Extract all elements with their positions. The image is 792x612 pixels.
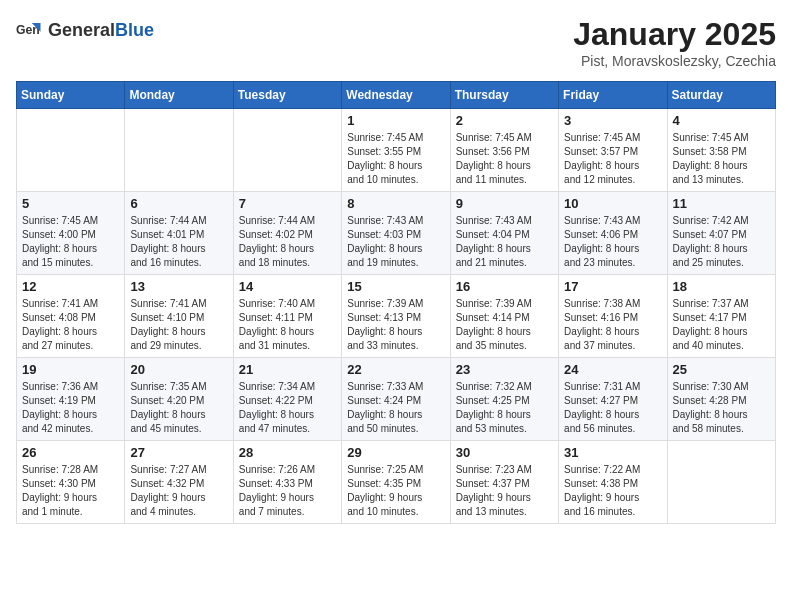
day-info: Sunrise: 7:39 AM Sunset: 4:13 PM Dayligh… xyxy=(347,297,444,353)
day-number: 7 xyxy=(239,196,336,211)
day-number: 18 xyxy=(673,279,770,294)
calendar-cell: 23Sunrise: 7:32 AM Sunset: 4:25 PM Dayli… xyxy=(450,358,558,441)
weekday-header: Saturday xyxy=(667,82,775,109)
calendar-table: SundayMondayTuesdayWednesdayThursdayFrid… xyxy=(16,81,776,524)
weekday-header: Sunday xyxy=(17,82,125,109)
day-number: 25 xyxy=(673,362,770,377)
day-number: 12 xyxy=(22,279,119,294)
day-number: 2 xyxy=(456,113,553,128)
calendar-cell: 18Sunrise: 7:37 AM Sunset: 4:17 PM Dayli… xyxy=(667,275,775,358)
calendar-cell xyxy=(17,109,125,192)
calendar-cell: 14Sunrise: 7:40 AM Sunset: 4:11 PM Dayli… xyxy=(233,275,341,358)
day-number: 28 xyxy=(239,445,336,460)
day-info: Sunrise: 7:43 AM Sunset: 4:03 PM Dayligh… xyxy=(347,214,444,270)
weekday-header: Thursday xyxy=(450,82,558,109)
calendar-week-row: 26Sunrise: 7:28 AM Sunset: 4:30 PM Dayli… xyxy=(17,441,776,524)
day-info: Sunrise: 7:42 AM Sunset: 4:07 PM Dayligh… xyxy=(673,214,770,270)
calendar-week-row: 5Sunrise: 7:45 AM Sunset: 4:00 PM Daylig… xyxy=(17,192,776,275)
calendar-cell: 6Sunrise: 7:44 AM Sunset: 4:01 PM Daylig… xyxy=(125,192,233,275)
day-info: Sunrise: 7:23 AM Sunset: 4:37 PM Dayligh… xyxy=(456,463,553,519)
calendar-cell xyxy=(667,441,775,524)
location-title: Pist, Moravskoslezsky, Czechia xyxy=(573,53,776,69)
day-number: 8 xyxy=(347,196,444,211)
calendar-week-row: 1Sunrise: 7:45 AM Sunset: 3:55 PM Daylig… xyxy=(17,109,776,192)
calendar-cell: 22Sunrise: 7:33 AM Sunset: 4:24 PM Dayli… xyxy=(342,358,450,441)
day-info: Sunrise: 7:36 AM Sunset: 4:19 PM Dayligh… xyxy=(22,380,119,436)
day-number: 9 xyxy=(456,196,553,211)
day-info: Sunrise: 7:38 AM Sunset: 4:16 PM Dayligh… xyxy=(564,297,661,353)
day-info: Sunrise: 7:41 AM Sunset: 4:08 PM Dayligh… xyxy=(22,297,119,353)
calendar-cell: 10Sunrise: 7:43 AM Sunset: 4:06 PM Dayli… xyxy=(559,192,667,275)
logo: Gen GeneralBlue xyxy=(16,16,154,44)
day-number: 21 xyxy=(239,362,336,377)
day-info: Sunrise: 7:44 AM Sunset: 4:02 PM Dayligh… xyxy=(239,214,336,270)
day-number: 1 xyxy=(347,113,444,128)
calendar-cell: 17Sunrise: 7:38 AM Sunset: 4:16 PM Dayli… xyxy=(559,275,667,358)
day-number: 22 xyxy=(347,362,444,377)
day-info: Sunrise: 7:22 AM Sunset: 4:38 PM Dayligh… xyxy=(564,463,661,519)
day-number: 15 xyxy=(347,279,444,294)
day-number: 6 xyxy=(130,196,227,211)
day-number: 10 xyxy=(564,196,661,211)
day-info: Sunrise: 7:45 AM Sunset: 4:00 PM Dayligh… xyxy=(22,214,119,270)
day-number: 4 xyxy=(673,113,770,128)
calendar-cell: 19Sunrise: 7:36 AM Sunset: 4:19 PM Dayli… xyxy=(17,358,125,441)
day-number: 13 xyxy=(130,279,227,294)
calendar-cell: 4Sunrise: 7:45 AM Sunset: 3:58 PM Daylig… xyxy=(667,109,775,192)
calendar-cell: 12Sunrise: 7:41 AM Sunset: 4:08 PM Dayli… xyxy=(17,275,125,358)
calendar-cell: 1Sunrise: 7:45 AM Sunset: 3:55 PM Daylig… xyxy=(342,109,450,192)
calendar-cell: 31Sunrise: 7:22 AM Sunset: 4:38 PM Dayli… xyxy=(559,441,667,524)
day-info: Sunrise: 7:37 AM Sunset: 4:17 PM Dayligh… xyxy=(673,297,770,353)
calendar-cell: 8Sunrise: 7:43 AM Sunset: 4:03 PM Daylig… xyxy=(342,192,450,275)
day-info: Sunrise: 7:28 AM Sunset: 4:30 PM Dayligh… xyxy=(22,463,119,519)
day-info: Sunrise: 7:32 AM Sunset: 4:25 PM Dayligh… xyxy=(456,380,553,436)
day-number: 29 xyxy=(347,445,444,460)
logo-text-blue: Blue xyxy=(115,20,154,40)
title-area: January 2025 Pist, Moravskoslezsky, Czec… xyxy=(573,16,776,69)
day-info: Sunrise: 7:35 AM Sunset: 4:20 PM Dayligh… xyxy=(130,380,227,436)
weekday-header: Tuesday xyxy=(233,82,341,109)
calendar-cell: 2Sunrise: 7:45 AM Sunset: 3:56 PM Daylig… xyxy=(450,109,558,192)
weekday-header-row: SundayMondayTuesdayWednesdayThursdayFrid… xyxy=(17,82,776,109)
calendar-cell: 20Sunrise: 7:35 AM Sunset: 4:20 PM Dayli… xyxy=(125,358,233,441)
month-title: January 2025 xyxy=(573,16,776,53)
day-info: Sunrise: 7:43 AM Sunset: 4:06 PM Dayligh… xyxy=(564,214,661,270)
day-info: Sunrise: 7:26 AM Sunset: 4:33 PM Dayligh… xyxy=(239,463,336,519)
day-info: Sunrise: 7:43 AM Sunset: 4:04 PM Dayligh… xyxy=(456,214,553,270)
day-number: 19 xyxy=(22,362,119,377)
day-info: Sunrise: 7:27 AM Sunset: 4:32 PM Dayligh… xyxy=(130,463,227,519)
day-info: Sunrise: 7:45 AM Sunset: 3:56 PM Dayligh… xyxy=(456,131,553,187)
calendar-week-row: 19Sunrise: 7:36 AM Sunset: 4:19 PM Dayli… xyxy=(17,358,776,441)
calendar-cell: 26Sunrise: 7:28 AM Sunset: 4:30 PM Dayli… xyxy=(17,441,125,524)
calendar-cell xyxy=(125,109,233,192)
calendar-cell: 16Sunrise: 7:39 AM Sunset: 4:14 PM Dayli… xyxy=(450,275,558,358)
day-number: 16 xyxy=(456,279,553,294)
day-info: Sunrise: 7:41 AM Sunset: 4:10 PM Dayligh… xyxy=(130,297,227,353)
calendar-cell: 11Sunrise: 7:42 AM Sunset: 4:07 PM Dayli… xyxy=(667,192,775,275)
day-number: 3 xyxy=(564,113,661,128)
calendar-cell: 3Sunrise: 7:45 AM Sunset: 3:57 PM Daylig… xyxy=(559,109,667,192)
calendar-cell: 7Sunrise: 7:44 AM Sunset: 4:02 PM Daylig… xyxy=(233,192,341,275)
day-info: Sunrise: 7:25 AM Sunset: 4:35 PM Dayligh… xyxy=(347,463,444,519)
weekday-header: Friday xyxy=(559,82,667,109)
day-info: Sunrise: 7:31 AM Sunset: 4:27 PM Dayligh… xyxy=(564,380,661,436)
weekday-header: Wednesday xyxy=(342,82,450,109)
day-number: 5 xyxy=(22,196,119,211)
logo-text-general: General xyxy=(48,20,115,40)
day-info: Sunrise: 7:34 AM Sunset: 4:22 PM Dayligh… xyxy=(239,380,336,436)
calendar-cell: 5Sunrise: 7:45 AM Sunset: 4:00 PM Daylig… xyxy=(17,192,125,275)
day-number: 24 xyxy=(564,362,661,377)
calendar-cell: 29Sunrise: 7:25 AM Sunset: 4:35 PM Dayli… xyxy=(342,441,450,524)
day-info: Sunrise: 7:40 AM Sunset: 4:11 PM Dayligh… xyxy=(239,297,336,353)
calendar-cell: 24Sunrise: 7:31 AM Sunset: 4:27 PM Dayli… xyxy=(559,358,667,441)
day-number: 26 xyxy=(22,445,119,460)
calendar-cell: 21Sunrise: 7:34 AM Sunset: 4:22 PM Dayli… xyxy=(233,358,341,441)
day-info: Sunrise: 7:30 AM Sunset: 4:28 PM Dayligh… xyxy=(673,380,770,436)
day-number: 11 xyxy=(673,196,770,211)
calendar-cell: 28Sunrise: 7:26 AM Sunset: 4:33 PM Dayli… xyxy=(233,441,341,524)
logo-icon: Gen xyxy=(16,16,44,44)
calendar-week-row: 12Sunrise: 7:41 AM Sunset: 4:08 PM Dayli… xyxy=(17,275,776,358)
calendar-cell: 9Sunrise: 7:43 AM Sunset: 4:04 PM Daylig… xyxy=(450,192,558,275)
day-info: Sunrise: 7:44 AM Sunset: 4:01 PM Dayligh… xyxy=(130,214,227,270)
page-header: Gen GeneralBlue January 2025 Pist, Morav… xyxy=(16,16,776,69)
